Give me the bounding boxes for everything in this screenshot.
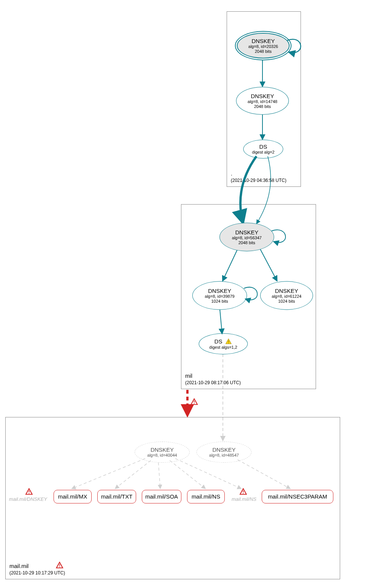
zone-root-name: .	[231, 170, 286, 177]
zone-mailmil-ts: (2021-10-29 10:17:29 UTC)	[9, 570, 65, 576]
diagram-canvas: . (2021-10-29 04:36:58 UTC) mil (2021-10…	[0, 0, 382, 588]
warning-icon	[225, 338, 232, 345]
node-root-zsk: DNSKEY alg=8, id=14748 2048 bits	[236, 87, 289, 115]
svg-rect-0	[229, 340, 229, 342]
error-icon	[239, 488, 247, 496]
node-mil-zsk2: DNSKEY alg=8, id=61224 1024 bits	[260, 281, 313, 310]
svg-rect-5	[29, 493, 29, 494]
svg-rect-8	[59, 564, 60, 566]
ghost-dnskey: mail.mil/DNSKEY	[8, 496, 47, 502]
rr-soa: mail.mil/SOA	[142, 490, 181, 503]
node-mil-ksk: DNSKEY alg=8, id=56347 2048 bits	[219, 223, 274, 251]
error-icon	[56, 562, 63, 569]
node-mailmil-key1: DNSKEY alg=8, id=40044	[135, 442, 190, 463]
node-root-ksk: DNSKEY alg=8, id=20326 2048 bits	[235, 31, 291, 60]
node-mil-ds: DS digest algs=1,2	[199, 333, 248, 354]
svg-rect-6	[243, 491, 244, 493]
rr-nsec3param: mail.mil/NSEC3PARAM	[262, 490, 333, 503]
error-icon	[190, 398, 198, 406]
ghost-ns: mail.mil/NS	[226, 496, 256, 502]
svg-rect-1	[229, 343, 229, 343]
zone-mil-ts: (2021-10-29 08:17:06 UTC)	[185, 380, 241, 386]
zone-root-ts: (2021-10-29 04:36:58 UTC)	[231, 177, 286, 183]
rr-txt: mail.mil/TXT	[97, 490, 136, 503]
node-mil-zsk1: DNSKEY alg=8, id=39879 1024 bits	[192, 281, 247, 310]
svg-rect-4	[29, 491, 29, 493]
zone-mil-name: mil	[185, 372, 241, 380]
svg-rect-2	[194, 401, 195, 403]
svg-rect-3	[194, 403, 195, 404]
svg-rect-9	[59, 566, 60, 567]
node-root-ds: DS digest alg=2	[243, 140, 283, 159]
node-mailmil-key2: DNSKEY alg=8, id=48547	[196, 442, 252, 463]
rr-mx: mail.mil/MX	[54, 490, 92, 503]
error-icon	[25, 488, 33, 496]
rr-ns: mail.mil/NS	[187, 490, 225, 503]
svg-rect-7	[243, 493, 244, 494]
